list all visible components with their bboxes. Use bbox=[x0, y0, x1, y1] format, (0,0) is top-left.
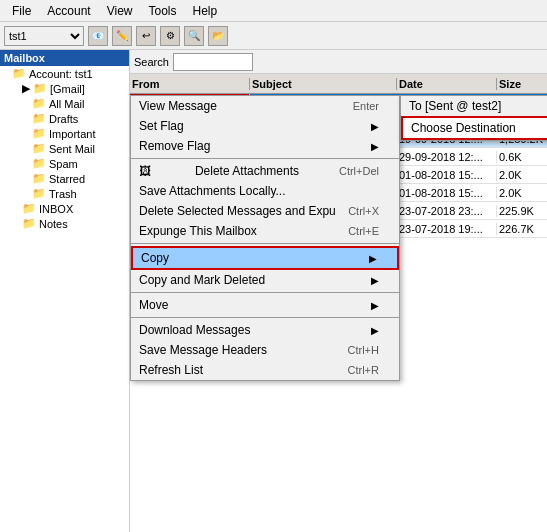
sidebar-item-trash[interactable]: 📁 Trash bbox=[0, 186, 129, 201]
sidebar-item-label: Spam bbox=[49, 158, 78, 170]
folder-red-icon: 📁 bbox=[32, 142, 46, 155]
menu-item-label: Save Message Headers bbox=[139, 343, 267, 357]
menu-move[interactable]: Move ▶ bbox=[131, 295, 399, 315]
menu-download-messages[interactable]: Download Messages ▶ bbox=[131, 320, 399, 340]
folder-icon: 📁 bbox=[12, 67, 26, 80]
email-size: 225.9K bbox=[497, 205, 547, 217]
sidebar-item-label: All Mail bbox=[49, 98, 84, 110]
menu-item-shortcut: Ctrl+E bbox=[348, 225, 379, 237]
menu-copy-mark-deleted[interactable]: Copy and Mark Deleted ▶ bbox=[131, 270, 399, 290]
sidebar-item-account[interactable]: 📁 Account: tst1 bbox=[0, 66, 129, 81]
column-headers: From Subject Date Size bbox=[130, 74, 547, 94]
folder-icon: 📁 bbox=[32, 187, 46, 200]
sidebar-item-sentmail[interactable]: 📁 Sent Mail bbox=[0, 141, 129, 156]
sidebar-header: Mailbox bbox=[0, 50, 129, 66]
sidebar-item-notes[interactable]: 📁 Notes bbox=[0, 216, 129, 231]
email-size: 226.7K bbox=[497, 223, 547, 235]
submenu-choose-destination[interactable]: Choose Destination bbox=[401, 116, 547, 140]
menu-item-label: Refresh List bbox=[139, 363, 203, 377]
email-date: 01-08-2018 15:... bbox=[397, 187, 497, 199]
folder-icon: 📁 bbox=[22, 217, 36, 230]
menu-item-label: Remove Flag bbox=[139, 139, 210, 153]
menu-save-attachments[interactable]: Save Attachments Locally... bbox=[131, 181, 399, 201]
toolbar-icon-6[interactable]: 📂 bbox=[208, 26, 228, 46]
folder-red-icon: 📁 bbox=[33, 82, 47, 95]
menu-remove-flag[interactable]: Remove Flag ▶ bbox=[131, 136, 399, 156]
menu-item-label: Save Attachments Locally... bbox=[139, 184, 286, 198]
col-date-header[interactable]: Date bbox=[397, 78, 497, 90]
folder-icon: 📁 bbox=[32, 97, 46, 110]
sidebar-item-important[interactable]: 📁 Important bbox=[0, 126, 129, 141]
menu-item-shortcut: Ctrl+R bbox=[348, 364, 379, 376]
sidebar-item-allmail[interactable]: 📁 All Mail bbox=[0, 96, 129, 111]
expand-icon: ▶ bbox=[22, 82, 30, 95]
email-date: 29-09-2018 12:... bbox=[397, 151, 497, 163]
sidebar-item-label: [Gmail] bbox=[50, 83, 85, 95]
menu-copy[interactable]: Copy ▶ bbox=[131, 246, 399, 270]
sidebar-item-label: Important bbox=[49, 128, 95, 140]
arrow-icon: ▶ bbox=[371, 275, 379, 286]
email-size: 0.6K bbox=[497, 151, 547, 163]
arrow-icon: ▶ bbox=[369, 253, 377, 264]
sidebar: Mailbox 📁 Account: tst1 ▶ 📁 [Gmail] 📁 Al… bbox=[0, 50, 130, 532]
col-size-header[interactable]: Size bbox=[497, 78, 547, 90]
menu-file[interactable]: File bbox=[4, 2, 39, 20]
sidebar-item-gmail[interactable]: ▶ 📁 [Gmail] bbox=[0, 81, 129, 96]
menu-delete-attachments[interactable]: 🖼 Delete Attachments Ctrl+Del bbox=[131, 161, 399, 181]
menu-item-shortcut: Ctrl+H bbox=[348, 344, 379, 356]
menu-item-label: Set Flag bbox=[139, 119, 184, 133]
toolbar-icon-4[interactable]: ⚙ bbox=[160, 26, 180, 46]
col-from-header[interactable]: From bbox=[130, 78, 250, 90]
email-size: 2.0K bbox=[497, 169, 547, 181]
menu-help[interactable]: Help bbox=[185, 2, 226, 20]
sidebar-item-starred[interactable]: 📁 Starred bbox=[0, 171, 129, 186]
menu-item-shortcut: Ctrl+Del bbox=[339, 165, 379, 177]
arrow-icon: ▶ bbox=[371, 141, 379, 152]
menu-item-shortcut: Enter bbox=[353, 100, 379, 112]
arrow-icon: ▶ bbox=[371, 121, 379, 132]
menu-item-label: Move bbox=[139, 298, 168, 312]
email-date: 23-07-2018 23:... bbox=[397, 205, 497, 217]
submenu-to-sent[interactable]: To [Sent @ test2] bbox=[401, 96, 547, 116]
menu-refresh-list[interactable]: Refresh List Ctrl+R bbox=[131, 360, 399, 380]
menu-view-message[interactable]: View Message Enter bbox=[131, 96, 399, 116]
menu-expunge[interactable]: Expunge This Mailbox Ctrl+E bbox=[131, 221, 399, 241]
account-select[interactable]: tst1 bbox=[4, 26, 84, 46]
search-input[interactable] bbox=[173, 53, 253, 71]
sidebar-item-label: Sent Mail bbox=[49, 143, 95, 155]
separator bbox=[131, 317, 399, 318]
folder-icon: 📁 bbox=[22, 202, 36, 215]
menu-account[interactable]: Account bbox=[39, 2, 98, 20]
arrow-icon: ▶ bbox=[371, 325, 379, 336]
menu-item-label: Copy bbox=[141, 251, 169, 265]
col-subject-header[interactable]: Subject bbox=[250, 78, 397, 90]
get-mail-icon[interactable]: 📧 bbox=[88, 26, 108, 46]
email-size: 2.0K bbox=[497, 187, 547, 199]
separator bbox=[131, 292, 399, 293]
submenu-item-label: To [Sent @ test2] bbox=[409, 99, 501, 113]
search-bar: Search bbox=[130, 50, 547, 74]
menu-item-label: Expunge This Mailbox bbox=[139, 224, 257, 238]
menu-item-label: Download Messages bbox=[139, 323, 250, 337]
menu-view[interactable]: View bbox=[99, 2, 141, 20]
folder-icon: 📁 bbox=[32, 127, 46, 140]
sidebar-item-inbox[interactable]: 📁 INBOX bbox=[0, 201, 129, 216]
menu-set-flag[interactable]: Set Flag ▶ bbox=[131, 116, 399, 136]
folder-icon: 📁 bbox=[32, 157, 46, 170]
reply-icon[interactable]: ↩ bbox=[136, 26, 156, 46]
menu-delete-selected[interactable]: Delete Selected Messages and Expu Ctrl+X bbox=[131, 201, 399, 221]
menu-item-icon: 🖼 bbox=[139, 164, 151, 178]
sidebar-item-label: Notes bbox=[39, 218, 68, 230]
folder-icon: 📁 bbox=[32, 172, 46, 185]
context-menu: View Message Enter Set Flag ▶ Remove Fla… bbox=[130, 95, 400, 381]
menu-tools[interactable]: Tools bbox=[141, 2, 185, 20]
main-layout: Mailbox 📁 Account: tst1 ▶ 📁 [Gmail] 📁 Al… bbox=[0, 50, 547, 532]
toolbar-icon-5[interactable]: 🔍 bbox=[184, 26, 204, 46]
menu-item-shortcut: Ctrl+X bbox=[348, 205, 379, 217]
sidebar-item-spam[interactable]: 📁 Spam bbox=[0, 156, 129, 171]
menu-save-headers[interactable]: Save Message Headers Ctrl+H bbox=[131, 340, 399, 360]
compose-icon[interactable]: ✏️ bbox=[112, 26, 132, 46]
menu-item-label: Delete Attachments bbox=[195, 164, 299, 178]
folder-icon: 📁 bbox=[32, 112, 46, 125]
sidebar-item-drafts[interactable]: 📁 Drafts bbox=[0, 111, 129, 126]
